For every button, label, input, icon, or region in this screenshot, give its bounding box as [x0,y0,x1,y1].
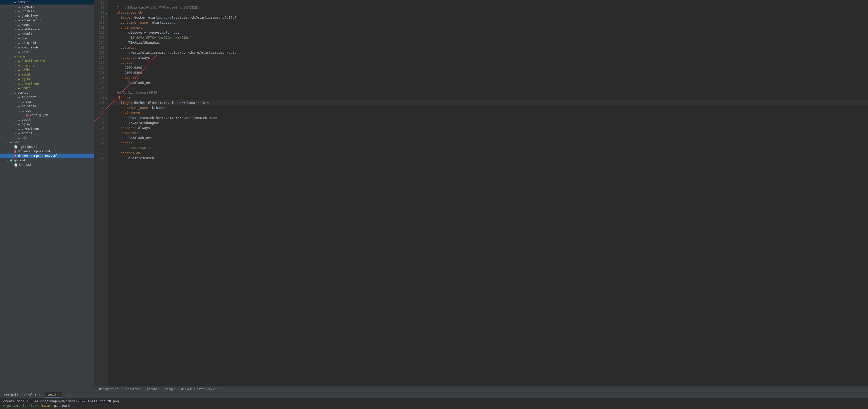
chevron-icon[interactable]: › [14,60,17,62]
gutter-line[interactable]: 125 [96,146,104,151]
gutter-line[interactable]: 110 [96,70,104,75]
code-line[interactable]: kibana: [113,95,868,100]
chevron-icon[interactable]: ⌄ [10,55,13,58]
gutter-line[interactable]: 100 [96,20,104,25]
terminal-output[interactable]: create mode 100644 doc/images/8/image-20… [0,398,868,409]
gutter-line[interactable]: 128 [96,161,104,166]
tree-item-deploy[interactable]: ⌄▬deploy [0,90,94,95]
add-terminal-button[interactable]: + [64,393,66,397]
chevron-icon[interactable]: › [14,136,17,139]
tree-item-filebeat[interactable]: ⌄▬filebeat [0,95,94,99]
gutter-line[interactable]: 104 [96,40,104,45]
code-line[interactable]: elasticsearch: [113,10,868,15]
chevron-icon[interactable]: › [14,82,17,85]
chevron-icon[interactable]: › [14,14,17,17]
code-line[interactable]: ports: [113,60,868,65]
tree-item-asynqmq[interactable]: ›▬asynqmq [0,4,94,9]
tree-item-tool[interactable]: ›▬tool [0,36,94,41]
gutter-line[interactable]: 101 [96,25,104,30]
gutter-line[interactable]: 122 [96,130,104,135]
chevron-icon[interactable]: › [14,119,17,121]
tree-item-goctl[interactable]: ›▬goctl [0,118,94,122]
tree-item-script[interactable]: ›▬script [0,131,94,135]
code-body[interactable]: # #搜集kafka业务日志、存储prometheus监控数据 elastics… [108,0,868,386]
chevron-icon[interactable]: › [6,159,9,162]
gutter-line[interactable]: 97 [96,5,104,10]
breadcrumb-part[interactable]: docker.elastic.co/ki... [181,387,221,391]
tree-item-sql[interactable]: ›▬sql [0,135,94,140]
tree-item-kqueue[interactable]: ›▬kqueue [0,23,94,27]
close-icon[interactable]: × [58,393,60,397]
chevron-icon[interactable]: ⌄ [19,109,21,112]
code-line[interactable]: - elasticsearch [113,156,868,161]
code-line[interactable]: ports: [113,140,868,146]
gutter-line[interactable]: 114 [96,90,104,95]
code-line[interactable]: # #搜集kafka业务日志、存储prometheus监控数据 [113,5,868,10]
chevron-icon[interactable]: › [14,10,17,13]
code-line[interactable] [113,85,868,90]
code-line[interactable]: - looklook_net [113,80,868,85]
gutter-line[interactable]: 105 [96,45,104,50]
terminal-tab-1[interactable]: Local (2) × [22,392,45,398]
tree-item-etc[interactable]: ⌄▬etc [0,108,94,113]
code-line[interactable]: - looklook_net [113,135,868,140]
chevron-icon[interactable]: › [14,28,17,31]
gutter-line[interactable]: 109 [96,65,104,70]
gutter-line[interactable]: 113 [96,85,104,90]
code-line[interactable]: networks: [113,75,868,80]
code-line[interactable]: depends_on: [113,151,868,156]
gutter-line[interactable]: 98▶ [96,10,104,15]
gutter-line[interactable]: 116 [96,100,104,105]
tree-item-docker-compose-env.yml[interactable]: Ydocker-compose-env.yml [0,154,94,158]
tree-item-mysql[interactable]: ›▬mysql [0,72,94,77]
terminal-tab-2[interactable]: Local × [45,392,62,398]
chevron-icon[interactable]: › [6,141,9,144]
code-line[interactable] [113,161,868,166]
code-line[interactable]: #查看elasticsearch数据 [113,90,868,95]
chevron-icon[interactable]: › [14,42,17,44]
gutter-line[interactable]: 119 [96,116,104,120]
gutter-line[interactable]: 99 [96,15,104,20]
code-line[interactable]: volumes: [113,45,868,50]
gutter-line[interactable]: 106 [96,50,104,55]
breadcrumb-part[interactable]: kibana: [147,387,159,391]
tree-item-go-stash[interactable]: ⌄▬go-stash [0,104,94,108]
gutter-line[interactable]: 103 [96,35,104,40]
breadcrumb[interactable]: Document 1/1 › services: › kibana: › ima… [94,386,868,392]
chevron-icon[interactable]: › [14,24,17,26]
tree-item-wxminisub[interactable]: ›▬wxminisub [0,45,94,50]
gutter-line[interactable]: 102 [96,30,104,35]
code-line[interactable]: restart: always [113,125,868,130]
code-line[interactable]: networks: [113,130,868,135]
code-line[interactable]: environment: [113,111,868,116]
tree-item-interceptor[interactable]: ›▬interceptor [0,18,94,23]
code-line[interactable]: - TZ=Asia/Shanghai [113,120,868,125]
tree-item-go.mod[interactable]: ›⬢go.mod [0,158,94,163]
tree-item-prometheus[interactable]: ›▬prometheus [0,126,94,131]
chevron-down-icon[interactable]: ⌄ [68,393,70,397]
tree-item-redis[interactable]: ›▬redis [0,86,94,90]
code-line[interactable]: - 9300:9300 [113,70,868,75]
gutter-line[interactable]: 107 [96,55,104,60]
chevron-icon[interactable]: › [14,5,17,8]
terminal-tabbar[interactable]: Terminal: Local (2) × Local × + ⌄ [0,392,868,398]
tree-item-xerr[interactable]: ›▬xerr [0,50,94,54]
code-line[interactable]: - TZ=Asia/Shanghai [113,40,868,45]
gutter-line[interactable]: 118 [96,111,104,116]
code-line[interactable]: container_name: kibana [113,105,868,111]
chevron-icon[interactable]: › [14,127,17,130]
tree-item-ctxdata[interactable]: ›▬ctxdata [0,9,94,13]
gutter-line[interactable]: 115▶ [96,95,104,100]
tree-item-globalkey[interactable]: ›▬globalkey [0,13,94,18]
tree-item-uniqueid[interactable]: ›▬uniqueid [0,41,94,45]
gutter-line[interactable]: 124 [96,140,104,146]
code-line[interactable]: - elasticsearch.hosts=http://elasticsear… [113,116,868,120]
chevron-icon[interactable]: › [19,100,21,103]
gutter-line[interactable]: 117 [96,105,104,111]
code-line[interactable]: environment: [113,25,868,30]
tree-item-nginx[interactable]: ›▬nginx [0,77,94,81]
gutter-line[interactable]: 96 [96,0,104,5]
chevron-icon[interactable]: › [14,87,17,90]
breadcrumb-part[interactable]: services: [126,387,141,391]
chevron-icon[interactable]: › [14,132,17,135]
